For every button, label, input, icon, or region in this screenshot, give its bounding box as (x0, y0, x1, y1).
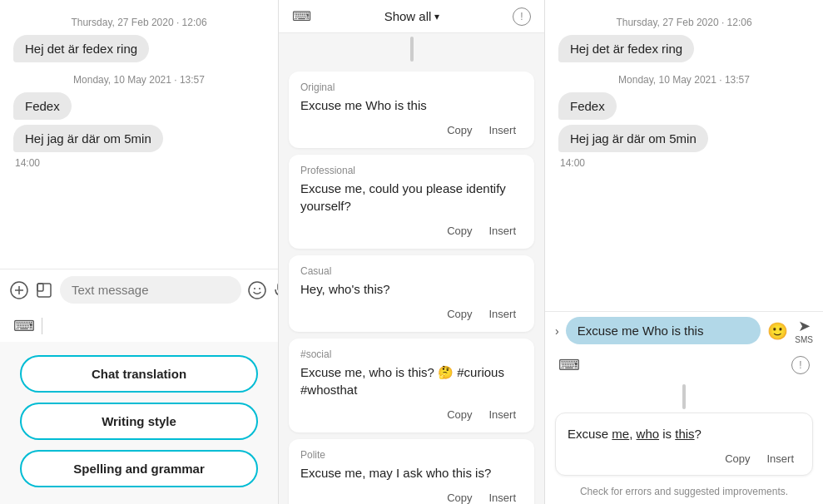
message-bubble-2: Fedex (13, 92, 72, 120)
add-icon[interactable] (10, 279, 28, 302)
keyboard-icon-right[interactable]: ⌨ (558, 356, 580, 374)
attach-icon[interactable] (35, 279, 53, 302)
sms-label: SMS (795, 335, 813, 344)
insert-button-original[interactable]: Insert (482, 122, 523, 138)
suggestion-card: Excuse me, who is this? Copy Insert (555, 413, 813, 476)
style-text-professional: Excuse me, could you please identify you… (300, 180, 523, 215)
svg-rect-3 (37, 284, 43, 291)
keyboard-icon-left[interactable]: ⌨ (13, 317, 35, 335)
right-date-label-2: Monday, 10 May 2021 · 13:57 (558, 74, 810, 86)
card-actions-social: Copy Insert (300, 407, 523, 422)
insert-button-social[interactable]: Insert (482, 407, 523, 422)
card-actions-polite: Copy Insert (300, 490, 523, 504)
scroll-indicator (410, 37, 414, 62)
message-bubble-1: Hej det är fedex ring (13, 35, 149, 62)
right-message-row-1: Hej det är fedex ring (558, 35, 810, 66)
right-message-bubble-3: Hej jag är där om 5min (558, 125, 708, 152)
right-message-row-3: Hej jag är där om 5min (558, 125, 810, 156)
right-panel: Thursday, 27 Feb 2020 · 12:06 Hej det är… (545, 0, 823, 504)
text-message-input[interactable] (60, 276, 241, 304)
suggestion-who: who (637, 427, 660, 441)
right-message-bubble-1: Hej det är fedex ring (558, 35, 694, 62)
copy-button-polite[interactable]: Copy (440, 490, 478, 504)
message-bubble-3: Hej jag är där om 5min (13, 125, 163, 152)
style-label-original: Original (300, 82, 523, 93)
style-text-original: Excuse me Who is this (300, 96, 523, 114)
svg-point-7 (259, 288, 260, 289)
insert-button-polite[interactable]: Insert (482, 490, 523, 504)
sms-send-button[interactable]: ➤ SMS (795, 317, 813, 344)
emoji-icon-right[interactable]: 🙂 (767, 321, 788, 341)
divider (42, 318, 42, 334)
svg-point-5 (249, 282, 265, 299)
copy-button-professional[interactable]: Copy (440, 223, 478, 239)
right-keyboard-bar: ⌨ ! (545, 349, 823, 381)
right-time-label: 14:00 (560, 157, 810, 169)
suggestion-after: is (659, 427, 675, 441)
suggestion-me: me (612, 427, 629, 441)
date-label-1: Thursday, 27 Feb 2020 · 12:06 (13, 17, 265, 28)
spelling-grammar-button[interactable]: Spelling and grammar (20, 450, 258, 487)
chevron-down-icon: ▾ (434, 11, 439, 22)
suggestion-card-text: Excuse me, who is this? (568, 425, 801, 442)
right-message-row-2: Fedex (558, 92, 810, 123)
info-icon-right[interactable]: ! (791, 356, 810, 374)
style-label-professional: Professional (300, 165, 523, 176)
keyboard-bar-left: ⌨ (0, 310, 278, 342)
message-row-2: Fedex (13, 92, 265, 123)
middle-header: ⌨ Show all ▾ ! (279, 0, 544, 33)
show-all-label: Show all (384, 9, 432, 23)
suggestion-this: this (675, 427, 694, 441)
copy-button-original[interactable]: Copy (440, 122, 478, 138)
feature-buttons-area: Chat translation Writing style Spelling … (0, 342, 278, 504)
show-all-button[interactable]: Show all ▾ (384, 9, 440, 23)
suggestion-card-actions: Copy Insert (568, 451, 801, 467)
copy-button-social[interactable]: Copy (440, 407, 478, 422)
time-label-1: 14:00 (15, 157, 265, 169)
card-actions-professional: Copy Insert (300, 223, 523, 239)
right-message-bubble-2: Fedex (558, 92, 617, 120)
message-row-1: Hej det är fedex ring (13, 35, 265, 66)
insert-button-casual[interactable]: Insert (482, 306, 523, 322)
suggestion-punct: ? (695, 427, 702, 441)
style-label-polite: Polite (300, 449, 523, 461)
keyboard-icon-middle[interactable]: ⌨ (292, 8, 311, 24)
copy-button-casual[interactable]: Copy (440, 306, 478, 322)
info-icon[interactable]: ! (513, 7, 531, 26)
right-date-label-1: Thursday, 27 Feb 2020 · 12:06 (558, 17, 810, 28)
highlighted-input[interactable] (566, 317, 761, 344)
style-text-social: Excuse me, who is this? 🤔 #curious #whos… (300, 363, 523, 398)
style-label-casual: Casual (300, 265, 523, 277)
right-scroll-indicator (682, 384, 686, 409)
style-card-casual: Casual Hey, who's this? Copy Insert (289, 255, 534, 332)
send-arrow-icon: ➤ (798, 317, 811, 335)
expand-icon[interactable]: › (555, 324, 559, 338)
card-actions-casual: Copy Insert (300, 306, 523, 322)
writing-style-button[interactable]: Writing style (20, 403, 258, 440)
style-card-polite: Polite Excuse me, may I ask who this is?… (289, 439, 534, 504)
svg-rect-4 (37, 284, 51, 297)
mic-icon[interactable] (273, 279, 279, 302)
right-input-row: › 🙂 ➤ SMS (545, 311, 823, 349)
right-chat-area: Thursday, 27 Feb 2020 · 12:06 Hej det är… (545, 0, 823, 311)
style-cards-list: Original Excuse me Who is this Copy Inse… (279, 65, 544, 504)
insert-button-suggestion[interactable]: Insert (760, 451, 801, 467)
style-card-social: #social Excuse me, who is this? 🤔 #curio… (289, 338, 534, 432)
chat-translation-button[interactable]: Chat translation (20, 355, 258, 393)
left-chat-area: Thursday, 27 Feb 2020 · 12:06 Hej det är… (0, 0, 278, 269)
suggestion-before: Excuse (568, 427, 612, 441)
svg-point-6 (254, 288, 255, 289)
date-label-2: Monday, 10 May 2021 · 13:57 (13, 74, 265, 86)
suggestion-hint: Check for errors and suggested improveme… (545, 482, 823, 504)
input-bar (0, 269, 278, 310)
style-label-social: #social (300, 348, 523, 360)
middle-panel: ⌨ Show all ▾ ! Original Excuse me Who is… (279, 0, 545, 504)
style-text-polite: Excuse me, may I ask who this is? (300, 464, 523, 482)
left-panel: Thursday, 27 Feb 2020 · 12:06 Hej det är… (0, 0, 279, 504)
suggestion-middle: , (629, 427, 636, 441)
style-card-original: Original Excuse me Who is this Copy Inse… (289, 72, 534, 148)
insert-button-professional[interactable]: Insert (482, 223, 523, 239)
copy-button-suggestion[interactable]: Copy (718, 451, 756, 467)
emoji-icon[interactable] (248, 279, 266, 302)
card-actions-original: Copy Insert (300, 122, 523, 138)
